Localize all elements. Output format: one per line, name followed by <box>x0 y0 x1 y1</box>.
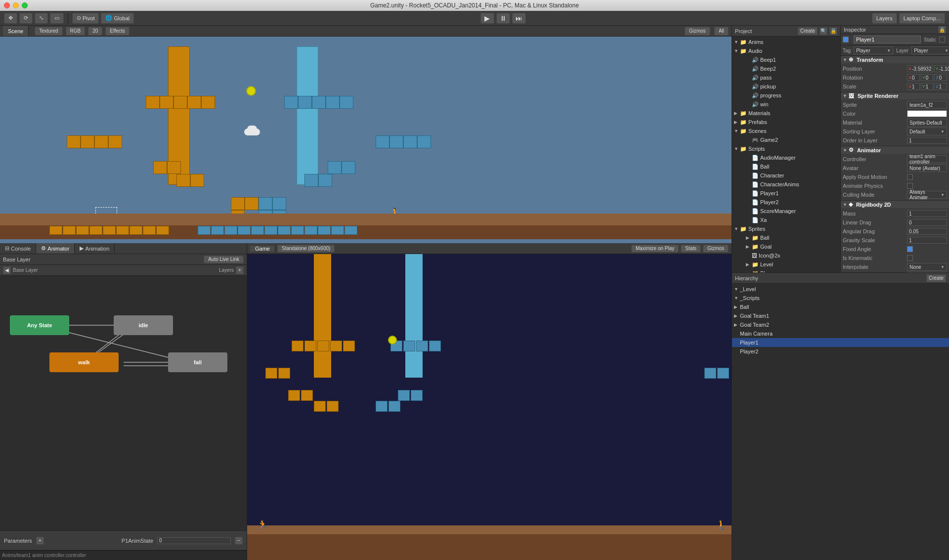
tag-dropdown[interactable]: Player ▼ <box>854 46 893 54</box>
controller-field[interactable]: team1 anim controller <box>907 155 947 163</box>
tree-item-characteranims[interactable]: 📄 CharacterAnims <box>732 180 840 189</box>
material-field[interactable]: Sprites-Default <box>907 119 947 127</box>
tree-item-win[interactable]: 🔊 win <box>732 100 840 109</box>
animator-comp-header[interactable]: ▼ ⚙ Animator <box>841 146 949 154</box>
active-checkbox[interactable] <box>843 37 849 43</box>
game-tab[interactable]: Game <box>250 246 275 252</box>
hierarchy-item-player1[interactable]: Player1 <box>732 338 949 347</box>
effects-button[interactable]: Effects <box>105 27 129 36</box>
close-button[interactable] <box>4 2 10 8</box>
tree-item-icon2x[interactable]: 🖼 Icon@2x <box>732 251 840 260</box>
all-button[interactable]: All <box>714 27 729 36</box>
scale-x-field[interactable]: X 1 <box>907 83 920 90</box>
tree-item-character[interactable]: 📄 Character <box>732 171 840 180</box>
animate-physics-checkbox[interactable] <box>907 183 913 189</box>
tree-item-ball-sprite[interactable]: ▶ 📁 Ball <box>732 233 840 242</box>
tree-item-pass[interactable]: 🔊 pass <box>732 73 840 82</box>
inspector-lock[interactable]: 🔒 <box>938 26 946 34</box>
avatar-field[interactable]: None (Avatar) <box>907 164 947 172</box>
scale-tool-button[interactable]: ⤡ <box>35 13 48 24</box>
tree-item-scenes[interactable]: ▼ 📁 Scenes <box>732 127 840 135</box>
order-field[interactable]: 1 <box>907 137 947 144</box>
tree-item-beep2[interactable]: 🔊 Beep2 <box>732 64 840 73</box>
hierarchy-item-level[interactable]: ▼ _Level <box>732 285 949 294</box>
fall-state-node[interactable]: fall <box>168 352 227 372</box>
minus-param-button[interactable]: − <box>235 537 243 545</box>
fixed-angle-checkbox[interactable] <box>907 246 913 252</box>
render-mode-dropdown[interactable]: Textured <box>35 27 62 36</box>
tree-item-level[interactable]: ▶ 📁 Level <box>732 260 840 269</box>
project-lock-icon[interactable]: 🔒 <box>829 27 837 35</box>
sorting-layer-field[interactable]: Default ▼ <box>907 128 947 135</box>
animation-tab[interactable]: ▶ Animation <box>75 243 115 254</box>
tree-item-anims[interactable]: ▼ 📁 Anims <box>732 38 840 46</box>
gravity-scale-field[interactable]: 1 <box>907 237 947 244</box>
object-name-field[interactable]: Player1 <box>854 36 921 43</box>
hierarchy-item-goalteam2[interactable]: ▶ Goal Team2 <box>732 320 949 329</box>
gizmos-button[interactable]: Gizmos <box>685 27 710 36</box>
hierarchy-item-ball[interactable]: ▶ Ball <box>732 302 949 311</box>
walk-state-node[interactable]: walk <box>49 352 119 372</box>
tree-item-audiomanager[interactable]: 📄 AudioManager <box>732 153 840 162</box>
sprite-renderer-header[interactable]: ▼ 🖼 Sprite Renderer <box>841 92 949 99</box>
window-controls[interactable] <box>4 2 28 8</box>
scene-view[interactable]: 🏃 🚶 <box>0 37 732 243</box>
is-kinematic-checkbox[interactable] <box>907 255 913 261</box>
resolution-dropdown[interactable]: Standalone (800x600) <box>277 245 335 253</box>
hierarchy-item-maincamera[interactable]: Main Camera <box>732 329 949 338</box>
game-view[interactable]: 🏃 🚶 <box>247 254 732 560</box>
rect-tool-button[interactable]: ▭ <box>50 13 64 24</box>
tree-item-audio[interactable]: ▼ 📁 Audio <box>732 46 840 55</box>
tree-item-scoremanager[interactable]: 📄 ScoreManager <box>732 207 840 215</box>
tree-item-player2-script[interactable]: 📄 Player2 <box>732 198 840 207</box>
tree-item-materials[interactable]: ▶ 📁 Materials <box>732 109 840 118</box>
tree-item-goal[interactable]: ▶ 📁 Goal <box>732 242 840 251</box>
tree-item-scripts[interactable]: ▼ 📁 Scripts <box>732 144 840 153</box>
play-button[interactable]: ▶ <box>480 13 494 24</box>
layout-button[interactable]: Laptop Comp... <box>899 13 945 24</box>
rot-z-field[interactable]: Z 0 <box>934 74 947 81</box>
rot-y-field[interactable]: Y 0 <box>921 74 934 81</box>
color-mode-button[interactable]: RGB <box>66 27 86 36</box>
tree-item-progress[interactable]: 🔊 progress <box>732 91 840 100</box>
hierarchy-item-goalteam1[interactable]: ▶ Goal Team1 <box>732 311 949 320</box>
console-tab[interactable]: ⊟ Console <box>0 243 36 254</box>
tree-item-game2[interactable]: 🎮 Game2 <box>732 135 840 144</box>
layers-button[interactable]: Layers <box>872 13 897 24</box>
color-field[interactable] <box>907 110 947 117</box>
back-button[interactable]: ◀ <box>3 266 11 274</box>
maximize-button[interactable] <box>22 2 28 8</box>
game-gizmos-button[interactable]: Gizmos <box>703 245 729 253</box>
sleeping-mode-field[interactable]: Start Awake ▼ <box>907 272 947 272</box>
linear-drag-field[interactable]: 0 <box>907 219 947 226</box>
project-search-icon[interactable]: 🔍 <box>820 27 827 35</box>
auto-live-link-button[interactable]: Auto Live Link <box>204 256 244 263</box>
param-value-field[interactable]: 0 <box>157 537 231 544</box>
rot-x-field[interactable]: X 0 <box>907 74 920 81</box>
idle-state-node[interactable]: idle <box>114 315 173 335</box>
animator-canvas[interactable]: Any State idle walk fall <box>0 276 247 530</box>
scene-tab[interactable]: Scene <box>3 26 29 36</box>
tree-item-player1-script[interactable]: 📄 Player1 <box>732 189 840 198</box>
pos-y-field[interactable]: Y -1.10667 <box>934 65 949 72</box>
rotate-tool-button[interactable]: ⟳ <box>19 13 33 24</box>
add-layer-button[interactable]: + <box>236 266 244 274</box>
apply-root-checkbox[interactable] <box>907 174 913 180</box>
hierarchy-item-player2[interactable]: Player2 <box>732 347 949 356</box>
maximize-on-play[interactable]: Maximize on Play <box>631 245 679 253</box>
project-tree[interactable]: ▼ 📁 Anims ▼ 📁 Audio 🔊 Beep1 <box>732 37 840 272</box>
pos-x-field[interactable]: X -3.58932 <box>907 65 933 72</box>
scale-y-field[interactable]: Y 1 <box>921 83 934 90</box>
layer-dropdown[interactable]: Player ▼ <box>911 46 949 54</box>
sprite-field[interactable]: team1a_f2 <box>907 101 947 109</box>
any-state-node[interactable]: Any State <box>10 315 69 335</box>
rigidbody2d-header[interactable]: ▼ ◈ Rigidbody 2D <box>841 201 949 208</box>
tree-item-ball-script[interactable]: 📄 Ball <box>732 162 840 171</box>
step-button[interactable]: ⏭ <box>512 13 526 24</box>
hierarchy-tree[interactable]: ▼ _Level ▼ _Scripts ▶ Ball ▶ Goal Team1 … <box>732 284 949 560</box>
stats-button[interactable]: Stats <box>681 245 701 253</box>
culling-mode-field[interactable]: Always Animate ▼ <box>907 191 947 199</box>
scale-z-field[interactable]: Z 1 <box>934 83 947 90</box>
pause-button[interactable]: ⏸ <box>496 13 510 24</box>
interpolate-field[interactable]: None ▼ <box>907 263 947 271</box>
